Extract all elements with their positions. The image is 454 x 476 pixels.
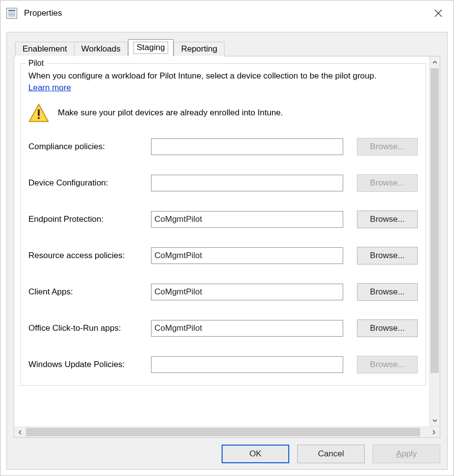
- group-title: Pilot: [25, 59, 47, 68]
- dialog-button-row: OK Cancel Apply: [14, 438, 440, 463]
- device-configuration-input[interactable]: [151, 175, 343, 191]
- windows-update-policies-browse: Browse...: [357, 356, 418, 373]
- compliance-policies-input[interactable]: [151, 138, 343, 155]
- tab-staging[interactable]: Staging: [128, 39, 174, 56]
- row-label: Endpoint Protection:: [28, 214, 151, 224]
- app-icon: [6, 8, 17, 19]
- warning-icon: [28, 103, 49, 123]
- endpoint-protection-browse[interactable]: Browse...: [357, 211, 418, 228]
- apply-rest: pply: [402, 449, 417, 458]
- svg-rect-4: [38, 117, 40, 119]
- row-windows-update-policies: Windows Update Policies: Browse...: [28, 356, 418, 373]
- ok-button[interactable]: OK: [222, 445, 289, 463]
- scrollbar-track[interactable]: [429, 68, 440, 415]
- alert-text: Make sure your pilot devices are already…: [58, 108, 283, 118]
- row-compliance-policies: Compliance policies: Browse...: [28, 138, 418, 156]
- dialog-frame: Enablement Workloads Staging Reporting P…: [6, 32, 448, 470]
- row-label: Resource access policies:: [28, 251, 151, 261]
- tab-enablement[interactable]: Enablement: [15, 42, 75, 56]
- client-apps-input[interactable]: [151, 284, 343, 300]
- learn-more-link[interactable]: Learn more: [28, 83, 71, 93]
- svg-rect-3: [38, 109, 40, 116]
- scrollbar-thumb-h[interactable]: [26, 428, 420, 436]
- tab-panel: Pilot When you configure a workload for …: [14, 56, 440, 438]
- pilot-group: Pilot When you configure a workload for …: [20, 63, 426, 386]
- tab-label: Reporting: [181, 44, 217, 53]
- windows-update-policies-input[interactable]: [151, 356, 343, 373]
- content: Enablement Workloads Staging Reporting P…: [0, 26, 454, 476]
- tab-strip: Enablement Workloads Staging Reporting: [14, 39, 440, 56]
- properties-window: Properties Enablement Workloads Staging …: [0, 0, 454, 476]
- row-label: Client Apps:: [28, 287, 151, 297]
- row-endpoint-protection: Endpoint Protection: Browse...: [28, 211, 418, 228]
- cancel-button[interactable]: Cancel: [297, 445, 365, 463]
- horizontal-scrollbar[interactable]: [14, 426, 440, 437]
- apply-button: Apply: [373, 445, 440, 463]
- tab-label: Enablement: [23, 44, 67, 53]
- chevron-up-icon: [432, 60, 437, 65]
- tab-workloads[interactable]: Workloads: [75, 42, 128, 56]
- row-label: Compliance policies:: [28, 142, 151, 152]
- endpoint-protection-input[interactable]: [151, 211, 343, 228]
- scroll-up-arrow[interactable]: [429, 56, 440, 68]
- chevron-right-icon: [431, 430, 436, 435]
- row-resource-access-policies: Resource access policies: Browse...: [28, 247, 418, 264]
- compliance-policies-browse: Browse...: [357, 138, 418, 156]
- row-office-ctr-apps: Office Click-to-Run apps: Browse...: [28, 319, 418, 337]
- group-description: When you configure a workload for Pilot …: [28, 71, 418, 82]
- scrollbar-track-h[interactable]: [26, 427, 428, 437]
- close-button[interactable]: [427, 3, 450, 23]
- resource-access-policies-browse[interactable]: Browse...: [357, 247, 418, 264]
- window-title: Properties: [24, 8, 427, 18]
- row-label: Office Click-to-Run apps:: [28, 323, 151, 333]
- close-icon: [434, 9, 442, 17]
- panel-scroll-area: Pilot When you configure a workload for …: [14, 56, 440, 426]
- tab-label: Workloads: [81, 44, 121, 53]
- row-label: Device Configuration:: [28, 178, 151, 188]
- office-ctr-apps-browse[interactable]: Browse...: [357, 319, 418, 337]
- chevron-left-icon: [18, 430, 23, 435]
- device-configuration-browse: Browse...: [357, 174, 418, 192]
- tab-reporting[interactable]: Reporting: [174, 42, 225, 56]
- apply-accelerator: A: [396, 449, 402, 458]
- resource-access-policies-input[interactable]: [151, 247, 343, 264]
- scrollbar-thumb[interactable]: [430, 68, 439, 373]
- alert-row: Make sure your pilot devices are already…: [28, 103, 418, 123]
- panel-inner: Pilot When you configure a workload for …: [14, 56, 429, 426]
- row-label: Windows Update Policies:: [28, 360, 151, 370]
- row-device-configuration: Device Configuration: Browse...: [28, 174, 418, 192]
- tab-label: Staging: [133, 42, 169, 54]
- titlebar: Properties: [0, 0, 454, 26]
- row-client-apps: Client Apps: Browse...: [28, 283, 418, 301]
- scroll-down-arrow[interactable]: [429, 415, 440, 426]
- scroll-right-arrow[interactable]: [428, 427, 440, 437]
- scroll-left-arrow[interactable]: [14, 427, 26, 437]
- vertical-scrollbar[interactable]: [429, 56, 440, 426]
- office-ctr-apps-input[interactable]: [151, 320, 343, 337]
- client-apps-browse[interactable]: Browse...: [357, 283, 418, 301]
- chevron-down-icon: [432, 418, 437, 423]
